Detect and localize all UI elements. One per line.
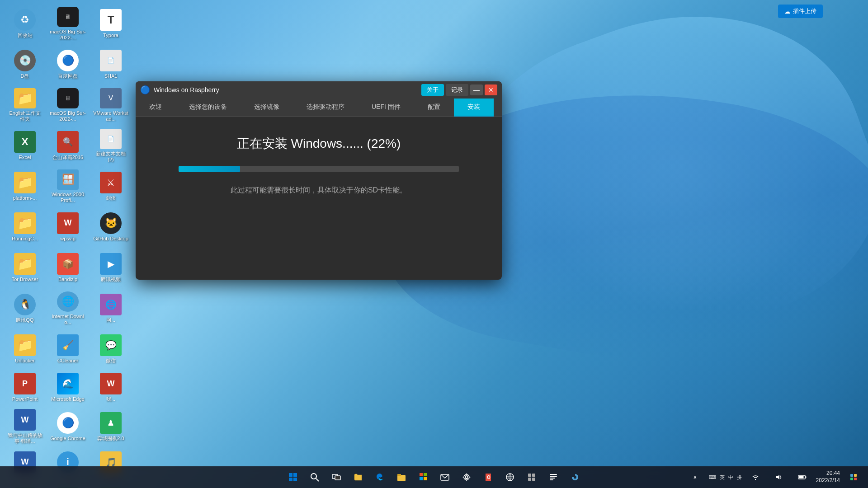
icon-vmware[interactable]: V VMware Workstad... [90, 86, 131, 124]
icon-edge-label: Microsoft Edge [51, 396, 84, 402]
tab-uefi[interactable]: UEFI 固件 [358, 99, 414, 117]
icon-english-folder[interactable]: 📁 English工作文件夹 [5, 86, 45, 124]
icon-running[interactable]: 📁 RunningC... [5, 208, 45, 246]
icon-typora[interactable]: T Typora [90, 5, 131, 43]
svg-rect-10 [420, 473, 423, 476]
svg-rect-35 [854, 478, 857, 480]
dialog-title-text: Windows on Raspberry [154, 86, 418, 94]
icon-vmware-label: VMware Workstad... [93, 110, 129, 122]
start-button[interactable] [283, 467, 303, 487]
pinyin-indicator[interactable]: 拼 [737, 474, 742, 481]
search-button[interactable] [305, 467, 325, 487]
icon-recycle[interactable]: ♻ 回收站 [5, 5, 45, 43]
icon-chess-app[interactable]: ♟ 弈城围棋2.0 [90, 407, 131, 446]
icon-chrome[interactable]: 🔵 Google Chrome [47, 407, 88, 446]
svg-rect-28 [550, 479, 553, 480]
icon-edge-ms[interactable]: 🌊 Microsoft Edge [47, 371, 88, 404]
dialog-log-button[interactable]: 记录 [446, 84, 468, 96]
notify-upload-button[interactable]: ☁ 插件上传 [778, 5, 823, 18]
jinshan-icon: 🔍 [57, 131, 79, 153]
app2-taskbar-button[interactable] [543, 467, 563, 487]
browser2-taskbar-button[interactable] [500, 467, 520, 487]
svg-point-4 [311, 474, 316, 479]
icon-txt2-label: 新建文本文档 (2) [93, 151, 129, 163]
tab-config[interactable]: 配置 [414, 99, 454, 117]
icon-win2000[interactable]: 🪟 Windows 2000 Profi... [47, 167, 88, 206]
icon-tencent-video[interactable]: ▶ 腾讯视频 [90, 249, 131, 287]
wifi-button[interactable] [745, 467, 765, 487]
icon-disk-d[interactable]: 💿 D盘 [5, 45, 45, 84]
tab-select-driver[interactable]: 选择驱动程序 [293, 99, 358, 117]
icon-macos2-label: macOS Big Sur-2022-... [50, 110, 86, 122]
app1-taskbar-button[interactable] [522, 467, 542, 487]
tab-select-device[interactable]: 选择您的设备 [175, 99, 241, 117]
icon-qqtx[interactable]: 🐧 腾讯QQ [5, 289, 45, 328]
tab-welcome[interactable]: 欢迎 [136, 99, 175, 117]
svg-rect-22 [532, 474, 535, 477]
tab-install[interactable]: 安装 [454, 99, 494, 117]
icon-doc-extra[interactable]: W 我... [90, 371, 131, 404]
qqtx-icon: 🐧 [14, 294, 36, 315]
lang-zh[interactable]: 中 [728, 474, 733, 481]
icon-ppt[interactable]: P PowerPoint [5, 371, 45, 404]
store-taskbar-button[interactable] [413, 467, 433, 487]
icon-platform[interactable]: 📁 platform-... [5, 167, 45, 206]
icon-macos[interactable]: 🖥 macOS Big Sur-2022-... [47, 5, 88, 43]
dialog-minimize-button[interactable]: — [470, 84, 483, 95]
icon-chess-label: 弈城围棋2.0 [97, 436, 124, 441]
svg-rect-23 [528, 478, 531, 481]
icon-ccleaner[interactable]: 🧹 CCleaner [47, 330, 88, 368]
tab-select-image[interactable]: 选择镜像 [241, 99, 293, 117]
recycle-icon: ♻ [14, 9, 36, 31]
icon-my-doc[interactable]: W 我与中山路的故事·韩译... [5, 407, 45, 446]
svg-rect-31 [799, 476, 803, 479]
macos2-icon: 🖥 [57, 88, 79, 108]
icon-cj[interactable]: ⚔ 剑侠 [90, 167, 131, 206]
edge-taskbar-button[interactable] [370, 467, 390, 487]
app3-taskbar-button[interactable] [565, 467, 585, 487]
icon-jinshan[interactable]: 🔍 金山译霸2016 [47, 127, 88, 165]
svg-rect-3 [293, 478, 297, 481]
typora-icon: T [100, 9, 122, 31]
platform-icon: 📁 [14, 172, 36, 193]
folders-taskbar-button[interactable] [392, 467, 411, 487]
volume-button[interactable] [769, 467, 789, 487]
install-note: 此过程可能需要很长时间，具体取决于你的SD卡性能。 [231, 186, 407, 195]
dialog-about-button[interactable]: 关于 [421, 84, 444, 96]
icon-doc-extra-label: 我... [106, 396, 115, 402]
icon-internet-dl[interactable]: 🌐 Internet Downlo... [47, 289, 88, 328]
battery-button[interactable] [793, 467, 812, 487]
unlocker-icon: 📁 [14, 334, 36, 356]
icon-unlocker[interactable]: 📁 Unlocker [5, 330, 45, 368]
icon-baidu[interactable]: 🔵 百度网盘 [47, 45, 88, 84]
icon-tor-browser[interactable]: 📁 Tor Browser [5, 249, 45, 287]
macos-icon: 🖥 [57, 7, 79, 27]
icon-net2[interactable]: 🌐 网... [90, 289, 131, 328]
system-time[interactable]: 20:44 2022/2/14 [816, 470, 840, 484]
icon-github[interactable]: 🐱 GitHub Desktop [90, 208, 131, 246]
settings-taskbar-button[interactable] [457, 467, 476, 487]
baidu-icon: 🔵 [57, 50, 79, 71]
dialog-close-button[interactable]: ✕ [485, 84, 497, 95]
icon-macos2[interactable]: 🖥 macOS Big Sur-2022-... [47, 86, 88, 124]
icon-wechat[interactable]: 💬 微信 [90, 330, 131, 368]
svg-point-18 [506, 474, 514, 481]
mail-taskbar-button[interactable] [435, 467, 455, 487]
notification-center-button[interactable] [844, 467, 863, 487]
office-taskbar-button[interactable]: O [478, 467, 498, 487]
lang-en[interactable]: 英 [720, 474, 725, 481]
icon-excel[interactable]: X Excel [5, 127, 45, 165]
taskbar-center: O [283, 467, 585, 487]
icon-txt2[interactable]: 📄 新建文本文档 (2) [90, 127, 131, 165]
svg-rect-27 [550, 478, 555, 479]
icon-sha1[interactable]: 📄 SHA1 [90, 45, 131, 84]
task-view-button[interactable] [326, 467, 346, 487]
progress-container [179, 166, 459, 172]
icon-running-label: RunningC... [12, 236, 38, 242]
english-folder-icon: 📁 [14, 88, 36, 108]
icon-bandizip[interactable]: 📦 Bandizip [47, 249, 88, 287]
chevron-up-button[interactable]: ∧ [685, 467, 705, 487]
file-explorer-button[interactable] [348, 467, 368, 487]
taskbar-right: ∧ ⌨ 英 中 拼 [685, 467, 863, 487]
icon-wpsvip[interactable]: W wpsvip [47, 208, 88, 246]
